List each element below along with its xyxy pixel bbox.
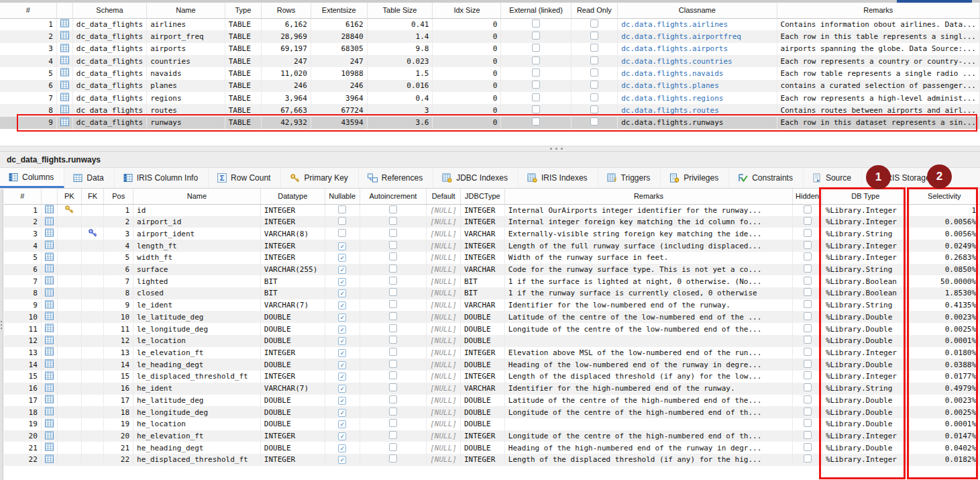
pos-cell[interactable]: 4 (104, 240, 133, 252)
nullable-checkbox-checked[interactable]: ✓ (338, 289, 346, 297)
external-linked-checkbox-unchecked[interactable] (532, 56, 540, 64)
selectivity-cell[interactable]: 0.0402% (909, 442, 979, 454)
schema-cell[interactable]: dc_data_flights (72, 92, 146, 104)
col-header-rows[interactable]: Rows (262, 3, 311, 18)
remarks-cell[interactable]: Identifier for the low-numbered end of t… (504, 299, 792, 311)
remarks-cell[interactable]: Elevation above MSL of the low-numbered … (504, 347, 792, 359)
rows-cell[interactable]: 28,969 (262, 30, 311, 42)
col-header-nullable[interactable]: Nullable (325, 189, 360, 204)
datatype-cell[interactable]: DOUBLE (260, 323, 325, 335)
datatype-cell[interactable]: DOUBLE (260, 335, 325, 347)
row-number-cell[interactable]: 16 (4, 383, 41, 395)
read-only-checkbox-unchecked[interactable] (590, 19, 598, 28)
classname-cell[interactable]: dc.data.flights.airportfreq (618, 30, 777, 42)
selectivity-cell[interactable]: 0.0001% (909, 335, 979, 347)
nullable-checkbox-checked[interactable]: ✓ (338, 373, 346, 381)
column-row[interactable]: 55width_ftINTEGER✓[NULL]INTEGERWidth of … (4, 252, 980, 264)
nullable-checkbox-checked[interactable]: ✓ (338, 456, 346, 464)
remarks-cell[interactable]: Length of the displaced threshold (if an… (504, 371, 792, 383)
pos-cell[interactable]: 16 (104, 383, 133, 395)
idx-size-cell[interactable]: 0 (433, 117, 501, 129)
tab-jdbc-indexes[interactable]: JDBC Indexes (433, 168, 519, 188)
hidden-checkbox-unchecked[interactable] (804, 205, 812, 213)
col-header-idx-size[interactable]: Idx Size (433, 3, 501, 18)
table-row[interactable]: 5dc_data_flightsnavaidsTABLE11,020109881… (0, 67, 980, 79)
default-cell[interactable]: [NULL] (427, 252, 461, 264)
selectivity-cell[interactable]: 0.0056% (909, 216, 979, 228)
idx-size-cell[interactable]: 0 (433, 80, 501, 92)
default-cell[interactable]: [NULL] (427, 240, 461, 252)
read-only-checkbox-unchecked[interactable] (590, 68, 598, 77)
row-number-cell[interactable]: 2 (0, 30, 56, 42)
selectivity-cell[interactable]: 0.2683% (909, 252, 979, 264)
pos-cell[interactable]: 14 (104, 358, 133, 371)
pk-cell[interactable] (57, 406, 81, 418)
autoincrement-checkbox-unchecked[interactable] (389, 419, 397, 427)
datatype-cell[interactable]: BIT (260, 275, 325, 287)
tab-columns[interactable]: Columns (0, 168, 64, 188)
col-header-selectivity[interactable]: Selectivity (909, 189, 979, 204)
default-cell[interactable]: [NULL] (427, 442, 461, 454)
jdbctype-cell[interactable]: DOUBLE (460, 358, 504, 371)
selectivity-cell[interactable]: 0.0850% (909, 264, 979, 276)
rows-cell[interactable]: 67,663 (262, 104, 311, 116)
row-number-cell[interactable]: 8 (0, 104, 56, 116)
db-type-cell[interactable]: %Library.Double (822, 442, 910, 454)
table-size-cell[interactable]: 0.41 (367, 18, 433, 30)
classname-cell[interactable]: dc.data.flights.regions (618, 92, 777, 104)
selectivity-cell[interactable]: 0.0147% (909, 430, 979, 442)
nullable-checkbox-unchecked[interactable] (338, 229, 346, 237)
classname-cell[interactable]: dc.data.flights.planes (618, 80, 777, 92)
datatype-cell[interactable]: DOUBLE (260, 406, 325, 418)
selectivity-cell[interactable]: 0.0182% (909, 454, 979, 466)
pos-cell[interactable]: 5 (104, 252, 133, 264)
pk-cell[interactable] (57, 228, 81, 240)
pos-cell[interactable]: 22 (104, 454, 133, 466)
autoincrement-checkbox-unchecked[interactable] (389, 348, 397, 356)
hidden-checkbox-unchecked[interactable] (804, 229, 812, 237)
extentsize-cell[interactable]: 246 (311, 80, 367, 92)
row-number-cell[interactable]: 3 (4, 228, 41, 240)
column-row[interactable]: 2222he_displaced_threshold_ftINTEGER✓[NU… (4, 454, 980, 466)
idx-size-cell[interactable]: 0 (433, 43, 501, 55)
name-cell[interactable]: airport_id (133, 216, 261, 228)
jdbctype-cell[interactable]: DOUBLE (460, 418, 504, 430)
row-number-cell[interactable]: 1 (0, 18, 56, 30)
name-cell[interactable]: countries (147, 55, 225, 67)
column-row[interactable]: 99le_identVARCHAR(7)✓[NULL]VARCHARIdenti… (4, 299, 980, 311)
selectivity-cell[interactable]: 0.0056% (909, 228, 979, 240)
row-number-cell[interactable]: 8 (4, 287, 41, 299)
col-header-hidden[interactable]: Hidden (793, 189, 822, 204)
jdbctype-cell[interactable]: INTEGER (460, 240, 504, 252)
datatype-cell[interactable]: INTEGER (260, 204, 325, 216)
external-linked-checkbox-unchecked[interactable] (532, 32, 540, 40)
selectivity-cell[interactable]: 0.4135% (909, 299, 979, 311)
idx-size-cell[interactable]: 0 (433, 92, 501, 104)
pos-cell[interactable]: 12 (104, 335, 133, 347)
datatype-cell[interactable]: VARCHAR(255) (260, 264, 325, 276)
table-size-cell[interactable]: 0.016 (367, 80, 433, 92)
col-header-pk[interactable]: PK (57, 189, 81, 204)
row-number-cell[interactable]: 2 (4, 216, 41, 228)
type-cell[interactable]: TABLE (225, 67, 261, 79)
remarks-cell[interactable]: Heading of the low-numbered end of the r… (504, 358, 792, 371)
name-cell[interactable]: navaids (147, 67, 225, 79)
row-number-cell[interactable]: 5 (0, 67, 56, 79)
datatype-cell[interactable]: VARCHAR(7) (260, 299, 325, 311)
autoincrement-checkbox-unchecked[interactable] (389, 336, 397, 344)
read-only-checkbox-unchecked[interactable] (590, 81, 598, 89)
jdbctype-cell[interactable]: VARCHAR (460, 228, 504, 240)
autoincrement-checkbox-unchecked[interactable] (389, 205, 397, 213)
remarks-cell[interactable]: Each row in this table represents a sing… (777, 30, 979, 42)
col-header-type[interactable]: Type (225, 3, 261, 18)
fk-cell[interactable] (81, 430, 104, 442)
remarks-cell[interactable]: Longitude of the centre of the low-numbe… (504, 323, 792, 335)
nullable-checkbox-unchecked[interactable] (338, 205, 346, 213)
default-cell[interactable]: [NULL] (427, 395, 461, 407)
jdbctype-cell[interactable]: INTEGER (460, 430, 504, 442)
hidden-checkbox-unchecked[interactable] (804, 395, 812, 403)
row-number-cell[interactable]: 20 (4, 430, 41, 442)
col-header-icon[interactable] (56, 3, 72, 18)
default-cell[interactable]: [NULL] (427, 454, 461, 466)
pk-cell[interactable] (57, 383, 81, 395)
